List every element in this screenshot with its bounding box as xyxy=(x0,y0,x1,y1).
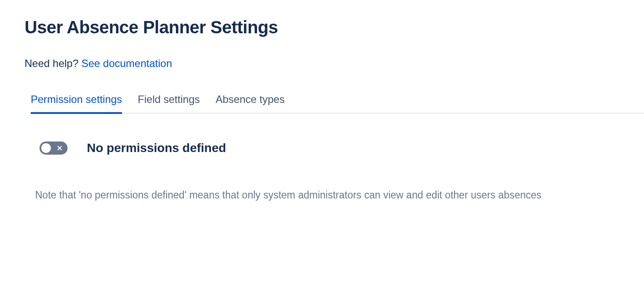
tab-content: No permissions defined Note that 'no per… xyxy=(25,114,644,201)
permission-toggle[interactable] xyxy=(39,142,68,155)
help-prefix: Need help? xyxy=(25,57,81,69)
help-row: Need help? See documentation xyxy=(25,57,644,70)
permission-toggle-row: No permissions defined xyxy=(39,141,644,155)
tab-field-settings[interactable]: Field settings xyxy=(138,93,200,113)
tab-permission-settings[interactable]: Permission settings xyxy=(31,93,122,113)
toggle-knob xyxy=(41,143,51,153)
tabs-container: Permission settings Field settings Absen… xyxy=(31,93,644,114)
permission-toggle-label: No permissions defined xyxy=(87,141,226,155)
tab-absence-types[interactable]: Absence types xyxy=(215,93,284,113)
page-title: User Absence Planner Settings xyxy=(25,18,644,37)
permission-note: Note that 'no permissions defined' means… xyxy=(35,189,644,201)
close-icon xyxy=(57,145,62,151)
documentation-link[interactable]: See documentation xyxy=(81,57,172,69)
